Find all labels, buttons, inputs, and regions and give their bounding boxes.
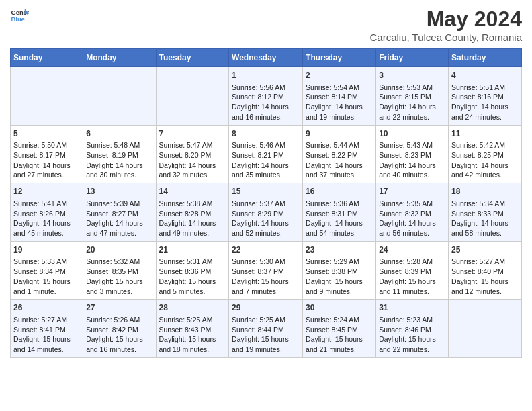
calendar-cell: 8Sunrise: 5:46 AM Sunset: 8:21 PM Daylig… [229, 125, 303, 183]
calendar-cell: 9Sunrise: 5:44 AM Sunset: 8:22 PM Daylig… [303, 125, 376, 183]
cell-content: Sunrise: 5:47 AM Sunset: 8:20 PM Dayligh… [159, 140, 226, 180]
day-number: 27 [86, 302, 152, 314]
calendar-cell: 19Sunrise: 5:33 AM Sunset: 8:34 PM Dayli… [11, 241, 83, 300]
day-number: 10 [379, 128, 445, 140]
cell-content: Sunrise: 5:50 AM Sunset: 8:17 PM Dayligh… [13, 140, 80, 180]
calendar-cell: 26Sunrise: 5:27 AM Sunset: 8:41 PM Dayli… [11, 300, 83, 358]
day-number: 1 [232, 70, 300, 81]
calendar-cell: 3Sunrise: 5:53 AM Sunset: 8:15 PM Daylig… [376, 67, 449, 126]
calendar-cell [83, 67, 156, 126]
title-area: May 2024 Carcaliu, Tulcea County, Romani… [370, 7, 523, 43]
day-number: 25 [451, 244, 519, 256]
calendar-cell: 21Sunrise: 5:31 AM Sunset: 8:36 PM Dayli… [156, 241, 229, 300]
cell-content: Sunrise: 5:46 AM Sunset: 8:21 PM Dayligh… [232, 140, 300, 180]
cell-content: Sunrise: 5:26 AM Sunset: 8:42 PM Dayligh… [86, 315, 152, 355]
calendar-cell: 28Sunrise: 5:25 AM Sunset: 8:43 PM Dayli… [156, 300, 229, 358]
calendar-cell: 15Sunrise: 5:37 AM Sunset: 8:29 PM Dayli… [229, 183, 303, 242]
cell-content: Sunrise: 5:36 AM Sunset: 8:31 PM Dayligh… [306, 199, 373, 238]
cell-content: Sunrise: 5:25 AM Sunset: 8:43 PM Dayligh… [159, 315, 226, 355]
calendar-cell: 2Sunrise: 5:54 AM Sunset: 8:14 PM Daylig… [303, 67, 376, 126]
calendar-week-row: 12Sunrise: 5:41 AM Sunset: 8:26 PM Dayli… [11, 183, 522, 242]
day-number: 4 [451, 70, 519, 81]
calendar-cell: 25Sunrise: 5:27 AM Sunset: 8:40 PM Dayli… [449, 241, 522, 300]
calendar-cell: 12Sunrise: 5:41 AM Sunset: 8:26 PM Dayli… [11, 183, 83, 242]
calendar-cell [156, 67, 229, 126]
cell-content: Sunrise: 5:25 AM Sunset: 8:44 PM Dayligh… [232, 315, 300, 355]
calendar-cell: 7Sunrise: 5:47 AM Sunset: 8:20 PM Daylig… [156, 125, 229, 183]
cell-content: Sunrise: 5:30 AM Sunset: 8:37 PM Dayligh… [232, 257, 300, 296]
calendar-cell: 17Sunrise: 5:35 AM Sunset: 8:32 PM Dayli… [376, 183, 449, 242]
calendar-week-row: 5Sunrise: 5:50 AM Sunset: 8:17 PM Daylig… [11, 125, 522, 183]
calendar-cell: 18Sunrise: 5:34 AM Sunset: 8:33 PM Dayli… [449, 183, 522, 242]
cell-content: Sunrise: 5:44 AM Sunset: 8:22 PM Dayligh… [306, 140, 373, 180]
day-number: 17 [379, 186, 445, 197]
day-number: 6 [86, 128, 152, 140]
day-number: 19 [13, 244, 80, 256]
svg-text:Blue: Blue [11, 16, 25, 23]
day-number: 15 [232, 186, 300, 197]
weekday-header: Friday [376, 49, 449, 67]
calendar-cell [11, 67, 83, 126]
weekday-header: Saturday [449, 49, 522, 67]
calendar-cell: 23Sunrise: 5:29 AM Sunset: 8:38 PM Dayli… [303, 241, 376, 300]
day-number: 23 [306, 244, 373, 256]
day-number: 2 [306, 70, 373, 81]
calendar-week-row: 19Sunrise: 5:33 AM Sunset: 8:34 PM Dayli… [11, 241, 522, 300]
calendar-cell: 27Sunrise: 5:26 AM Sunset: 8:42 PM Dayli… [83, 300, 156, 358]
cell-content: Sunrise: 5:29 AM Sunset: 8:38 PM Dayligh… [306, 257, 373, 296]
calendar-cell: 31Sunrise: 5:23 AM Sunset: 8:46 PM Dayli… [376, 300, 449, 358]
calendar-cell: 30Sunrise: 5:24 AM Sunset: 8:45 PM Dayli… [303, 300, 376, 358]
calendar-table: SundayMondayTuesdayWednesdayThursdayFrid… [10, 48, 522, 358]
cell-content: Sunrise: 5:31 AM Sunset: 8:36 PM Dayligh… [159, 257, 226, 296]
day-number: 8 [232, 128, 300, 140]
day-number: 14 [159, 186, 226, 197]
day-number: 22 [232, 244, 300, 256]
day-number: 31 [379, 302, 445, 314]
cell-content: Sunrise: 5:48 AM Sunset: 8:19 PM Dayligh… [86, 140, 152, 180]
cell-content: Sunrise: 5:32 AM Sunset: 8:35 PM Dayligh… [86, 257, 152, 296]
calendar-cell: 1Sunrise: 5:56 AM Sunset: 8:12 PM Daylig… [229, 67, 303, 126]
calendar-cell: 4Sunrise: 5:51 AM Sunset: 8:16 PM Daylig… [449, 67, 522, 126]
calendar-cell: 24Sunrise: 5:28 AM Sunset: 8:39 PM Dayli… [376, 241, 449, 300]
cell-content: Sunrise: 5:23 AM Sunset: 8:46 PM Dayligh… [379, 315, 445, 355]
weekday-header: Tuesday [156, 49, 229, 67]
main-title: May 2024 [370, 7, 523, 32]
weekday-header: Sunday [11, 49, 83, 67]
day-number: 24 [379, 244, 445, 256]
cell-content: Sunrise: 5:39 AM Sunset: 8:27 PM Dayligh… [86, 199, 152, 238]
cell-content: Sunrise: 5:54 AM Sunset: 8:14 PM Dayligh… [306, 83, 373, 122]
day-number: 20 [86, 244, 152, 256]
weekday-header: Monday [83, 49, 156, 67]
day-number: 11 [451, 128, 519, 140]
day-number: 5 [13, 128, 80, 140]
cell-content: Sunrise: 5:38 AM Sunset: 8:28 PM Dayligh… [159, 199, 226, 238]
day-number: 12 [13, 186, 80, 197]
cell-content: Sunrise: 5:28 AM Sunset: 8:39 PM Dayligh… [379, 257, 445, 296]
cell-content: Sunrise: 5:34 AM Sunset: 8:33 PM Dayligh… [451, 199, 519, 238]
weekday-header: Wednesday [229, 49, 303, 67]
header: General Blue May 2024 Carcaliu, Tulcea C… [10, 7, 522, 43]
cell-content: Sunrise: 5:27 AM Sunset: 8:40 PM Dayligh… [451, 257, 519, 296]
day-number: 3 [379, 70, 445, 81]
day-number: 30 [306, 302, 373, 314]
day-number: 21 [159, 244, 226, 256]
cell-content: Sunrise: 5:41 AM Sunset: 8:26 PM Dayligh… [13, 199, 80, 238]
calendar-cell: 20Sunrise: 5:32 AM Sunset: 8:35 PM Dayli… [83, 241, 156, 300]
calendar-cell: 22Sunrise: 5:30 AM Sunset: 8:37 PM Dayli… [229, 241, 303, 300]
calendar-cell: 13Sunrise: 5:39 AM Sunset: 8:27 PM Dayli… [83, 183, 156, 242]
day-number: 29 [232, 302, 300, 314]
day-number: 26 [13, 302, 80, 314]
calendar-cell: 16Sunrise: 5:36 AM Sunset: 8:31 PM Dayli… [303, 183, 376, 242]
calendar-cell: 5Sunrise: 5:50 AM Sunset: 8:17 PM Daylig… [11, 125, 83, 183]
logo: General Blue [10, 7, 29, 26]
cell-content: Sunrise: 5:27 AM Sunset: 8:41 PM Dayligh… [13, 315, 80, 355]
calendar-cell: 6Sunrise: 5:48 AM Sunset: 8:19 PM Daylig… [83, 125, 156, 183]
day-number: 13 [86, 186, 152, 197]
day-number: 7 [159, 128, 226, 140]
subtitle: Carcaliu, Tulcea County, Romania [370, 32, 523, 43]
logo-icon: General Blue [10, 7, 29, 26]
calendar-cell: 14Sunrise: 5:38 AM Sunset: 8:28 PM Dayli… [156, 183, 229, 242]
cell-content: Sunrise: 5:24 AM Sunset: 8:45 PM Dayligh… [306, 315, 373, 355]
cell-content: Sunrise: 5:51 AM Sunset: 8:16 PM Dayligh… [451, 83, 519, 122]
cell-content: Sunrise: 5:33 AM Sunset: 8:34 PM Dayligh… [13, 257, 80, 296]
